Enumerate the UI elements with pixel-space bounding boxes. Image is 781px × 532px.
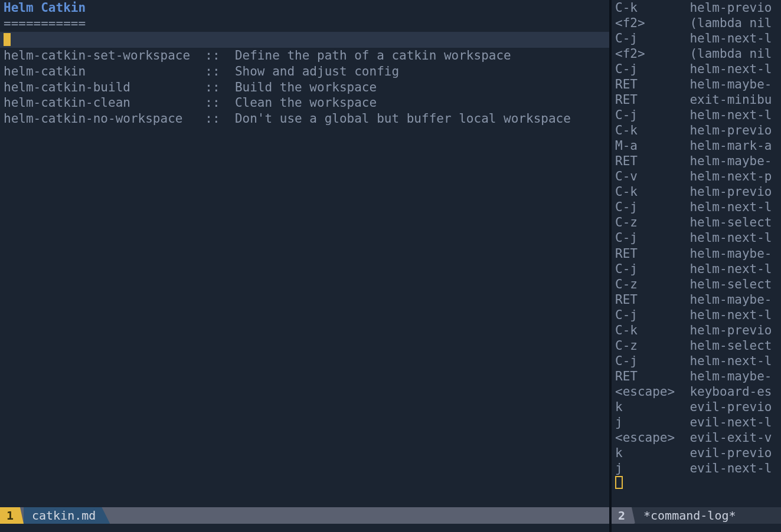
log-row: C-z helm-select [615,215,777,230]
log-row: <f2> (lambda nil [615,15,777,31]
log-row: C-j helm-next-l [615,261,777,277]
log-row: k evil-previo [615,399,777,415]
log-row: C-j helm-next-l [615,31,777,46]
minibuffer-area[interactable] [0,524,609,532]
log-row: C-k helm-previo [615,0,777,15]
modeline-right[interactable]: 2 *command-log* [612,507,781,524]
log-row: j evil-next-l [615,415,777,430]
log-row: j evil-next-l [615,461,777,476]
cursor [4,33,11,46]
command-list: helm-catkin-set-workspace :: Define the … [4,48,606,127]
modeline-buffer-name: catkin.md [24,507,110,524]
main-buffer-pane[interactable]: Helm Catkin =========== helm-catkin-set-… [0,0,612,532]
window-number-badge: 2 [612,507,635,524]
log-row: k evil-previo [615,445,777,461]
buffer-title: Helm Catkin [4,0,606,16]
modeline-buffer-name: *command-log* [635,507,744,524]
log-row: M-a helm-mark-a [615,138,777,153]
buffer-title-underline: =========== [4,16,606,32]
minibuffer-area[interactable] [612,524,781,532]
window-number-badge: 1 [0,507,24,524]
command-row[interactable]: helm-catkin-build :: Build the workspace [4,80,606,96]
log-row: RET helm-maybe- [615,77,777,92]
log-row: <f2> (lambda nil [615,46,777,61]
command-log-pane[interactable]: C-k helm-previo<f2> (lambda nilC-j helm-… [612,0,781,532]
log-row: C-j helm-next-l [615,61,777,77]
log-row: C-k helm-previo [615,184,777,199]
log-row: RET helm-maybe- [615,153,777,169]
current-line-highlight[interactable] [0,32,609,48]
editor-window: Helm Catkin =========== helm-catkin-set-… [0,0,781,532]
modeline-left[interactable]: 1 catkin.md [0,507,609,524]
command-row[interactable]: helm-catkin :: Show and adjust config [4,64,606,80]
log-cursor-row [615,476,777,492]
log-row: C-j helm-next-l [615,307,777,323]
log-row: C-j helm-next-l [615,353,777,369]
log-row: C-k helm-previo [615,323,777,338]
main-buffer[interactable]: Helm Catkin =========== helm-catkin-set-… [0,0,609,127]
log-row: C-k helm-previo [615,123,777,138]
log-row: RET helm-maybe- [615,292,777,307]
log-row: RET exit-minibu [615,92,777,107]
command-row[interactable]: helm-catkin-clean :: Clean the workspace [4,95,606,111]
log-row: C-j helm-next-l [615,107,777,123]
log-row: C-v helm-next-p [615,169,777,184]
log-row: RET helm-maybe- [615,369,777,384]
log-row: C-z helm-select [615,338,777,353]
cursor-outline [615,476,623,489]
log-row: RET helm-maybe- [615,246,777,261]
log-row: C-j helm-next-l [615,230,777,245]
log-row: C-z helm-select [615,277,777,292]
command-log-buffer[interactable]: C-k helm-previo<f2> (lambda nilC-j helm-… [612,0,781,492]
command-row[interactable]: helm-catkin-set-workspace :: Define the … [4,48,606,64]
log-row: <escape> keyboard-es [615,384,777,399]
command-row[interactable]: helm-catkin-no-workspace :: Don't use a … [4,111,606,127]
log-row: C-j helm-next-l [615,199,777,215]
log-row: <escape> evil-exit-v [615,430,777,445]
